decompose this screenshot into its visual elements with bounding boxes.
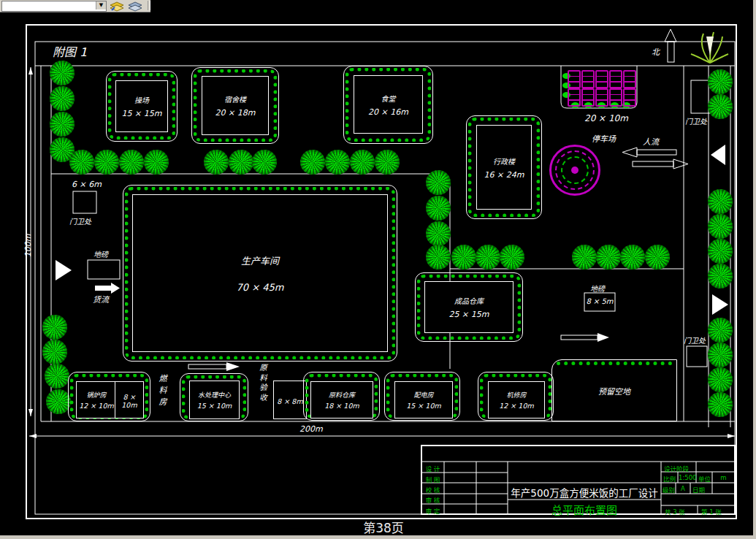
building-dims: 20 × 18m <box>215 108 256 118</box>
tree-icon <box>708 392 733 417</box>
tree-icon <box>596 245 621 270</box>
tree-icon <box>42 340 67 364</box>
tree-icon <box>350 150 375 175</box>
building-8x8: 8 × 8m <box>273 381 307 419</box>
building-name: 原料仓库 <box>329 390 355 400</box>
car-icon <box>581 88 595 107</box>
tree-icon <box>451 245 476 270</box>
tree-icon <box>144 150 169 175</box>
building-dormitory: 宿舍楼 20 × 18m <box>191 67 279 144</box>
car-icon <box>609 88 622 107</box>
tree-icon <box>708 94 733 119</box>
building-name: 机修房 <box>506 390 526 400</box>
building-name: 食堂 <box>381 93 396 104</box>
car-icon <box>623 88 636 107</box>
tree-icon <box>708 69 733 94</box>
titleblock-sign-review: 审 核 <box>423 495 443 504</box>
tree-icon <box>42 315 67 340</box>
building-name: 水处理中心 <box>198 390 231 400</box>
building-canteen: 食堂 20 × 16m <box>343 66 433 144</box>
tree-icon <box>645 245 670 270</box>
window-edge-right <box>753 0 756 539</box>
building-name: 锅炉房 <box>86 390 106 400</box>
parking-label: 停车场 <box>592 132 616 144</box>
titleblock-grade-value: A <box>676 485 690 492</box>
tree-icon <box>708 343 733 367</box>
tree-icon <box>708 239 733 264</box>
figure-label: 附图 1 <box>53 42 87 60</box>
parking-dims-label: 20 × 10m <box>584 113 628 123</box>
tree-icon <box>708 214 733 239</box>
building-playground: 操场 15 × 15m <box>106 71 177 142</box>
tree-icon <box>708 189 733 214</box>
building-dims: 12 × 10m <box>499 402 533 410</box>
tree-icon <box>500 245 524 270</box>
tree-icon <box>708 318 733 343</box>
weighbridge-right-dims: 8 × 5m <box>584 297 615 305</box>
gate-top-left-label: 门卫处 <box>69 215 91 226</box>
building-finished-goods-warehouse: 成品仓库 25 × 15m <box>415 272 523 342</box>
gate-top-left-dims: 6 × 6m <box>72 180 102 189</box>
building-name: 行政楼 <box>493 156 515 167</box>
building-dims: 8 × 8m <box>277 397 302 405</box>
tree-icon <box>708 264 733 288</box>
window-edge-bottom <box>0 535 756 539</box>
building-dims: 8 × 10m <box>115 393 143 409</box>
combobox-dropdown-arrow-icon[interactable]: ▼ <box>96 1 106 9</box>
building-boiler-group: 锅炉房 12 × 10m 8 × 10m <box>68 372 150 421</box>
tree-icon <box>46 389 71 414</box>
titleblock-sign-approve: 审 定 <box>423 506 443 515</box>
car-icon <box>595 70 608 88</box>
car-icon <box>623 70 636 88</box>
flower-bed-icon <box>549 145 600 196</box>
tree-icon <box>325 150 350 175</box>
tree-icon <box>426 245 451 270</box>
toolbar-divider <box>148 1 150 10</box>
tree-icon <box>50 61 75 85</box>
building-dims: 18 × 10m <box>324 402 359 410</box>
building-name: 成品仓库 <box>454 295 484 306</box>
tree-icon <box>45 364 69 389</box>
dim-height-label: 100m <box>23 230 33 262</box>
dim-width-label: 200m <box>299 424 323 434</box>
tree-icon <box>426 196 451 221</box>
fuel-room-label: 燃料房 <box>156 374 167 421</box>
building-water-treatment: 水处理中心 15 × 10m <box>180 373 248 421</box>
reserved-land-label: 预留空地 <box>552 385 676 397</box>
weighbridge-right-label: 地磅 <box>590 283 605 294</box>
building-dims: 15 × 15m <box>122 109 162 118</box>
layer-combobox[interactable]: ▼ <box>1 1 107 12</box>
titleblock-unit-value: m <box>713 474 734 481</box>
building-name: 操场 <box>134 94 149 105</box>
tree-icon <box>50 112 75 137</box>
building-dims: 15 × 10m <box>406 402 440 410</box>
building-production-workshop: 生产车间 70 × 45m <box>123 185 397 362</box>
weighbridge-left-label: 地磅 <box>93 248 108 259</box>
building-dims: 15 × 10m <box>197 402 232 410</box>
goods-flow-label: 货流 <box>93 293 109 305</box>
layers-yellow-icon[interactable] <box>110 1 124 11</box>
titleblock-sign-check: 校 核 <box>423 485 443 494</box>
tree-icon <box>375 150 400 175</box>
tree-icon <box>476 245 500 270</box>
tree-icon <box>426 221 451 246</box>
building-machine-repair: 机修房 12 × 10m <box>478 372 554 421</box>
building-dims: 12 × 10m <box>79 402 113 410</box>
tree-icon <box>69 150 94 175</box>
parking-lot <box>568 70 638 105</box>
building-raw-material-warehouse: 原料仓库 18 × 10m <box>303 372 380 421</box>
car-icon <box>568 70 581 88</box>
titleblock-scale-value: 1:500 <box>679 474 695 481</box>
tree-icon <box>620 245 645 270</box>
tree-icon <box>204 150 229 175</box>
building-name: 生产车间 <box>241 253 279 267</box>
tree-icon <box>572 245 597 270</box>
gate-top-right-label: 门卫处 <box>685 115 707 126</box>
building-dims: 70 × 45m <box>237 282 284 293</box>
tree-icon <box>229 150 253 175</box>
gate-bottom-right-label: 门卫处 <box>684 335 706 345</box>
tree-icon <box>94 150 119 175</box>
titleblock-sign-draft: 制 图 <box>423 475 443 483</box>
titleblock-sign-design: 设 计 <box>423 464 443 473</box>
layers-blue-icon[interactable] <box>128 1 142 11</box>
